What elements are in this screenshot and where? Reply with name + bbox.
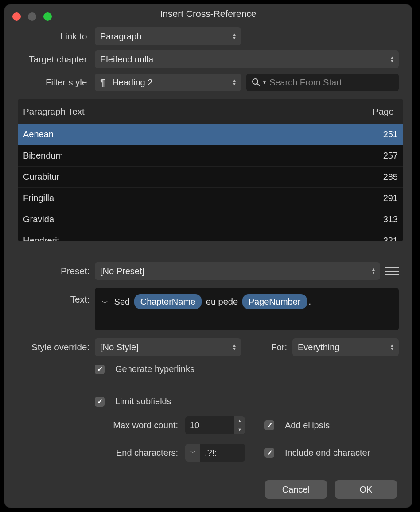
text-token[interactable]: PageNumber bbox=[242, 294, 307, 309]
row-page: 291 bbox=[367, 193, 398, 203]
preset-select[interactable]: [No Preset] ▲▼ bbox=[95, 262, 380, 280]
end-characters-label: End characters: bbox=[95, 448, 180, 458]
select-arrows-icon: ▲▼ bbox=[390, 56, 394, 63]
row-name: Aenean bbox=[23, 129, 367, 140]
search-icon bbox=[252, 78, 261, 87]
end-characters-value: .?!: bbox=[200, 448, 222, 458]
max-word-count-label: Max word count: bbox=[95, 420, 180, 431]
window-title: Insert Cross-Reference bbox=[4, 8, 412, 19]
pilcrow-icon: ¶ bbox=[100, 78, 105, 88]
max-word-count-value: 10 bbox=[185, 416, 234, 434]
style-override-value: [No Style] bbox=[100, 342, 139, 353]
select-arrows-icon: ▲▼ bbox=[232, 33, 237, 40]
for-label: For: bbox=[271, 342, 287, 353]
row-name: Bibendum bbox=[23, 151, 367, 161]
titlebar: Insert Cross-Reference bbox=[4, 4, 412, 23]
filter-style-value: Heading 2 bbox=[112, 78, 152, 88]
link-to-select[interactable]: Paragraph ▲▼ bbox=[95, 27, 241, 45]
select-arrows-icon: ▲▼ bbox=[371, 268, 376, 275]
zoom-icon[interactable] bbox=[43, 12, 52, 21]
column-paragraph-text[interactable]: Paragraph Text bbox=[18, 99, 363, 124]
row-name: Curabitur bbox=[23, 172, 367, 182]
target-chapter-value: Eleifend nulla bbox=[100, 54, 153, 65]
text-label: Text: bbox=[12, 288, 89, 305]
paragraph-table: Paragraph Text Page Aenean251Bibendum257… bbox=[18, 99, 403, 241]
for-value: Everything bbox=[298, 342, 340, 353]
row-name: Fringilla bbox=[23, 193, 367, 203]
preset-value: [No Preset] bbox=[100, 266, 144, 276]
table-header: Paragraph Text Page bbox=[18, 99, 403, 124]
include-end-char-label: Include end character bbox=[285, 448, 370, 458]
link-to-label: Link to: bbox=[12, 31, 89, 42]
for-select[interactable]: Everything ▲▼ bbox=[292, 338, 399, 356]
target-chapter-label: Target chapter: bbox=[12, 54, 89, 65]
search-input[interactable] bbox=[269, 78, 393, 88]
table-row[interactable]: Bibendum257 bbox=[18, 145, 403, 167]
link-to-value: Paragraph bbox=[100, 31, 141, 42]
table-row[interactable]: Fringilla291 bbox=[18, 188, 403, 209]
row-page: 251 bbox=[367, 129, 398, 140]
row-page: 285 bbox=[367, 172, 398, 182]
disclosure-icon[interactable]: ﹀ bbox=[102, 298, 108, 307]
table-row[interactable]: Curabitur285 bbox=[18, 167, 403, 188]
ok-button[interactable]: OK bbox=[335, 480, 397, 499]
max-word-count-input[interactable]: 10 ▲▼ bbox=[185, 416, 245, 434]
minimize-icon bbox=[28, 12, 36, 21]
preset-menu-icon[interactable] bbox=[385, 264, 399, 278]
generate-hyperlinks-label: Generate hyperlinks bbox=[115, 364, 194, 374]
style-override-label: Style override: bbox=[12, 342, 89, 353]
dialog-window: Insert Cross-Reference Link to: Paragrap… bbox=[4, 4, 412, 508]
filter-style-select[interactable]: ¶ Heading 2 ▲▼ bbox=[95, 74, 241, 91]
select-arrows-icon: ▲▼ bbox=[390, 344, 394, 351]
add-ellipsis-checkbox[interactable] bbox=[264, 420, 274, 430]
target-chapter-select[interactable]: Eleifend nulla ▲▼ bbox=[95, 50, 399, 68]
filter-style-label: Filter style: bbox=[12, 77, 89, 88]
style-override-select[interactable]: [No Style] ▲▼ bbox=[95, 338, 241, 356]
include-end-char-checkbox[interactable] bbox=[264, 448, 274, 458]
search-options-icon[interactable]: ▼ bbox=[262, 80, 267, 85]
dialog-content: Link to: Paragraph ▲▼ Target chapter: El… bbox=[4, 23, 412, 508]
svg-line-1 bbox=[257, 84, 260, 86]
select-arrows-icon: ▲▼ bbox=[232, 79, 237, 86]
row-name: Gravida bbox=[23, 214, 367, 225]
window-controls bbox=[12, 12, 52, 21]
chevron-down-icon: ﹀ bbox=[185, 444, 200, 462]
row-name: Hendrerit bbox=[23, 236, 367, 241]
select-arrows-icon: ▲▼ bbox=[232, 344, 237, 351]
table-row[interactable]: Gravida313 bbox=[18, 209, 403, 230]
preset-label: Preset: bbox=[12, 266, 89, 276]
limit-subfields-label: Limit subfields bbox=[115, 396, 171, 407]
table-row[interactable]: Hendrerit321 bbox=[18, 230, 403, 241]
text-builder[interactable]: ﹀ Sed ChapterName eu pede PageNumber. bbox=[95, 288, 399, 330]
close-icon[interactable] bbox=[12, 12, 21, 21]
add-ellipsis-label: Add ellipsis bbox=[285, 420, 330, 431]
text-literal: . bbox=[309, 297, 311, 306]
column-page[interactable]: Page bbox=[363, 99, 403, 124]
stepper-icon[interactable]: ▲▼ bbox=[234, 416, 245, 434]
table-row[interactable]: Aenean251 bbox=[18, 124, 403, 145]
search-field[interactable]: ▼ bbox=[246, 74, 399, 91]
table-body: Aenean251Bibendum257Curabitur285Fringill… bbox=[18, 124, 403, 241]
row-page: 321 bbox=[367, 236, 398, 241]
text-token[interactable]: ChapterName bbox=[134, 294, 202, 309]
text-literal: Sed bbox=[114, 297, 132, 306]
text-literal: eu pede bbox=[203, 297, 240, 306]
row-page: 313 bbox=[367, 214, 398, 225]
generate-hyperlinks-checkbox[interactable] bbox=[95, 365, 105, 374]
cancel-button[interactable]: Cancel bbox=[265, 480, 327, 499]
row-page: 257 bbox=[367, 151, 398, 161]
limit-subfields-checkbox[interactable] bbox=[95, 397, 105, 407]
end-characters-select[interactable]: ﹀ .?!: bbox=[185, 444, 245, 462]
svg-point-0 bbox=[253, 79, 258, 84]
